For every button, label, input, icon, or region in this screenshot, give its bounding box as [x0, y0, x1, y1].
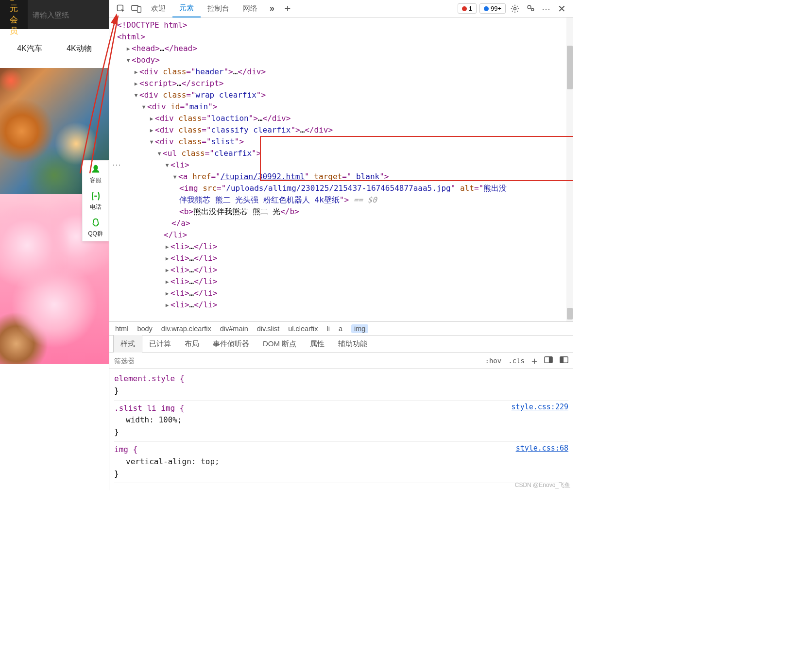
crumb-item-selected[interactable]: img: [351, 324, 368, 333]
expand-arrow-icon[interactable]: [148, 115, 155, 123]
hov-toggle[interactable]: :hov: [485, 357, 502, 365]
add-tab-icon[interactable]: +: [280, 1, 295, 16]
expand-arrow-icon[interactable]: [125, 45, 132, 53]
dom-node-selected[interactable]: 伴我熊芯 熊二 光头强 粉红色机器人 4k壁纸"> == $0: [113, 194, 573, 206]
tab-network[interactable]: 网络: [236, 0, 264, 17]
device-toggle-icon[interactable]: [129, 1, 144, 16]
vip-button[interactable]: 1元会员: [0, 0, 28, 36]
message-badge[interactable]: 99+: [479, 3, 506, 14]
dom-node[interactable]: </a>: [113, 218, 573, 229]
tab-event-listeners[interactable]: 事件侦听器: [206, 335, 256, 353]
dom-node[interactable]: <div class="slist">: [113, 136, 573, 148]
error-badge[interactable]: 1: [458, 3, 477, 14]
expand-arrow-icon[interactable]: [133, 68, 139, 77]
tab-layout[interactable]: 布局: [178, 335, 206, 353]
dom-node[interactable]: <li>…</li>: [113, 252, 573, 264]
dom-node[interactable]: <li>…</li>: [113, 264, 573, 276]
dom-node[interactable]: <li>: [113, 159, 573, 171]
dom-node[interactable]: <head>…</head>: [113, 43, 573, 54]
dom-node[interactable]: <script>…</script>: [113, 78, 573, 89]
css-rule[interactable]: element.style { }: [114, 372, 568, 401]
more-icon[interactable]: ⋯: [538, 1, 554, 16]
new-rule-icon[interactable]: +: [531, 355, 537, 367]
close-icon[interactable]: ✕: [554, 1, 569, 16]
category-4k-car[interactable]: 4K汽车: [17, 44, 42, 54]
dom-node-selected[interactable]: <img src="/uploads/allimg/230125/215437-…: [113, 183, 573, 194]
dom-node[interactable]: <li>…</li>: [113, 241, 573, 252]
css-declaration[interactable]: width: 100%;: [114, 414, 568, 426]
dom-node[interactable]: <body>: [113, 54, 573, 66]
crumb-item[interactable]: li: [326, 325, 329, 333]
tab-welcome[interactable]: 欢迎: [144, 0, 172, 17]
collapse-arrow-icon[interactable]: [125, 57, 132, 65]
tab-computed[interactable]: 已计算: [142, 335, 178, 353]
expand-arrow-icon[interactable]: [164, 255, 171, 263]
expand-arrow-icon[interactable]: [164, 267, 171, 275]
expand-arrow-icon[interactable]: [164, 290, 171, 298]
crumb-item[interactable]: a: [339, 325, 342, 333]
sidebar-toggle-icon[interactable]: [560, 356, 568, 365]
expand-arrow-icon[interactable]: [133, 80, 139, 88]
css-selector[interactable]: .slist li img {: [114, 403, 568, 415]
crumb-item[interactable]: div.slist: [257, 325, 279, 333]
dom-node[interactable]: <ul class="clearfix">: [113, 148, 573, 159]
dom-node[interactable]: <div class="wrap clearfix">: [113, 89, 573, 101]
expand-arrow-icon[interactable]: [164, 243, 171, 252]
crumb-item[interactable]: body: [137, 325, 152, 333]
css-rule[interactable]: style.css:229 .slist li img { width: 100…: [114, 402, 568, 442]
crumb-item[interactable]: div#main: [220, 325, 248, 333]
dom-node[interactable]: <div class="classify clearfix">…</div>: [113, 124, 573, 136]
computed-toggle-icon[interactable]: [544, 356, 553, 365]
dom-node[interactable]: <li>…</li>: [113, 299, 573, 311]
dom-node[interactable]: <li>…</li>: [113, 287, 573, 299]
cls-toggle[interactable]: .cls: [508, 357, 525, 365]
css-source-link[interactable]: style.css:68: [516, 443, 568, 454]
more-tabs-icon[interactable]: »: [264, 1, 280, 16]
css-rule[interactable]: style.css:68 img { vertical-align: top; …: [114, 443, 568, 483]
css-selector[interactable]: element.style {: [114, 373, 568, 385]
collapse-arrow-icon[interactable]: [171, 173, 178, 182]
dom-node[interactable]: <div class="header">…</div>: [113, 66, 573, 78]
dom-node[interactable]: <html>: [113, 31, 573, 43]
styles-rules[interactable]: element.style { } style.css:229 .slist l…: [109, 369, 573, 490]
expand-arrow-icon[interactable]: [164, 302, 171, 310]
contact-kefu[interactable]: 客服: [83, 161, 108, 187]
scrollbar-thumb[interactable]: [567, 46, 573, 89]
search-input[interactable]: [28, 0, 109, 29]
category-4k-animal[interactable]: 4K动物: [67, 44, 92, 54]
styles-filter-input[interactable]: [114, 357, 485, 365]
crumb-item[interactable]: div.wrap.clearfix: [161, 325, 211, 333]
tab-dom-breakpoints[interactable]: DOM 断点: [256, 335, 303, 353]
feedback-icon[interactable]: [523, 1, 538, 16]
css-declaration[interactable]: vertical-align: top;: [114, 456, 568, 468]
crumb-item[interactable]: html: [115, 325, 128, 333]
inspect-element-icon[interactable]: [113, 1, 129, 16]
settings-icon[interactable]: [507, 1, 523, 16]
dom-node[interactable]: <div class="loaction">…</div>: [113, 113, 573, 124]
dom-node[interactable]: <b>熊出没伴我熊芯 熊二 光</b>: [113, 206, 573, 218]
tab-accessibility[interactable]: 辅助功能: [331, 335, 374, 353]
dom-node[interactable]: <li>…</li>: [113, 276, 573, 287]
dom-tree[interactable]: ⋯ <!DOCTYPE html> <html> <head>…</head> …: [109, 17, 573, 321]
collapse-arrow-icon[interactable]: [133, 92, 139, 100]
dom-node[interactable]: <!DOCTYPE html>: [113, 19, 573, 31]
dom-node[interactable]: <a href="/tupian/30992.html" target="_bl…: [113, 171, 573, 183]
collapse-arrow-icon[interactable]: [140, 103, 147, 112]
crumb-item[interactable]: ul.clearfix: [288, 325, 318, 333]
css-source-link[interactable]: style.css:229: [512, 402, 568, 413]
collapse-arrow-icon[interactable]: [164, 162, 171, 170]
collapse-arrow-icon[interactable]: [148, 138, 155, 147]
css-selector[interactable]: img {: [114, 444, 568, 456]
contact-qq[interactable]: QQ群: [83, 214, 108, 241]
dom-scrollbar[interactable]: [566, 17, 573, 321]
dom-node[interactable]: <div id="main">: [113, 101, 573, 113]
collapse-arrow-icon[interactable]: [156, 150, 163, 158]
dom-node[interactable]: </li>: [113, 229, 573, 241]
contact-phone[interactable]: 电话: [83, 187, 108, 214]
scrollbar-thumb[interactable]: [567, 308, 573, 319]
tab-styles[interactable]: 样式: [113, 335, 142, 353]
tab-properties[interactable]: 属性: [303, 335, 331, 353]
expand-arrow-icon[interactable]: [148, 127, 155, 135]
tab-console[interactable]: 控制台: [201, 0, 236, 17]
tab-elements[interactable]: 元素: [172, 0, 201, 17]
